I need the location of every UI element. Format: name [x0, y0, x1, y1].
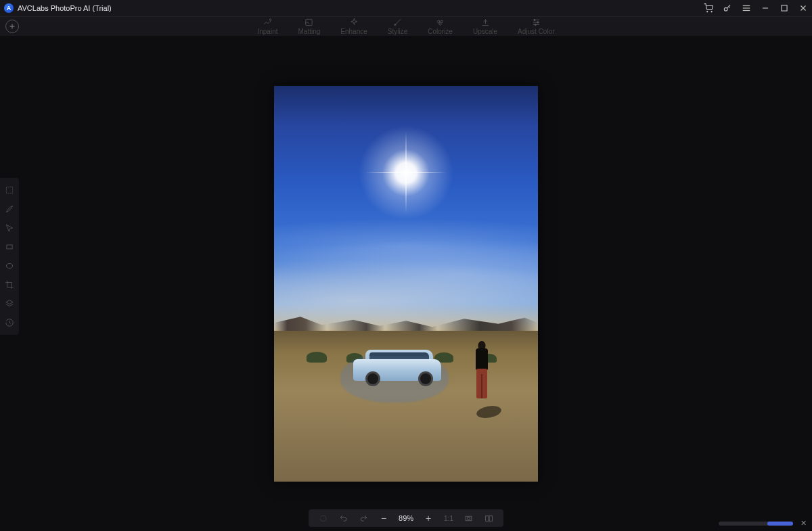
svg-point-16: [441, 20, 443, 23]
zoom-in-button[interactable]: +: [424, 513, 433, 524]
crop-tool-icon[interactable]: [4, 279, 15, 290]
app-window: A AVCLabs PhotoPro AI (Trial): [0, 0, 812, 531]
scrollbar-thumb[interactable]: [767, 522, 793, 526]
image-sun-flare: [405, 132, 407, 213]
app-logo-icon: A: [4, 3, 14, 13]
undo-icon[interactable]: [338, 513, 348, 523]
svg-rect-24: [466, 516, 472, 521]
rectangle-tool-icon[interactable]: [4, 241, 15, 252]
title-bar-left: A AVCLabs PhotoPro AI (Trial): [4, 3, 112, 13]
add-image-button[interactable]: [5, 20, 19, 33]
image-person: [473, 341, 491, 398]
svg-rect-22: [7, 245, 12, 249]
minimize-icon[interactable]: [761, 3, 770, 13]
close-icon[interactable]: [798, 3, 808, 13]
svg-point-19: [537, 22, 538, 23]
maximize-icon[interactable]: [780, 3, 789, 13]
image-canvas[interactable]: [274, 86, 538, 482]
redo-icon[interactable]: [359, 513, 368, 523]
tab-matting[interactable]: Matting: [298, 18, 321, 35]
tab-label: Enhance: [340, 28, 367, 35]
side-toolbar: [0, 178, 19, 335]
svg-point-18: [534, 19, 535, 20]
panel-close-icon[interactable]: ✕: [800, 519, 807, 528]
brush-tool-icon[interactable]: [4, 204, 15, 214]
history-tool-icon[interactable]: [4, 317, 15, 328]
tab-label: Upscale: [473, 28, 497, 35]
svg-point-1: [711, 11, 712, 12]
svg-point-17: [439, 23, 442, 25]
svg-rect-25: [486, 515, 489, 521]
app-title: AVCLabs PhotoPro AI (Trial): [18, 4, 112, 12]
tab-upscale[interactable]: Upscale: [473, 18, 497, 35]
svg-rect-21: [6, 187, 12, 193]
image-car: [353, 349, 441, 386]
title-bar: A AVCLabs PhotoPro AI (Trial): [0, 0, 812, 16]
tab-inpaint[interactable]: Inpaint: [257, 18, 277, 35]
layers-tool-icon[interactable]: [4, 298, 15, 309]
tool-tabs: Inpaint Matting Enhance Stylize Colorize…: [257, 18, 554, 35]
svg-point-20: [535, 24, 536, 25]
tab-enhance[interactable]: Enhance: [340, 18, 367, 35]
tab-colorize[interactable]: Colorize: [428, 18, 453, 35]
svg-point-15: [437, 20, 440, 23]
matting-icon: [304, 18, 314, 27]
svg-point-12: [269, 19, 271, 20]
svg-point-2: [724, 7, 727, 11]
compare-icon[interactable]: [484, 513, 494, 523]
enhance-icon: [349, 18, 359, 27]
image-mountains: [274, 310, 538, 331]
zoom-controls: − 89% +: [379, 513, 433, 524]
stylize-icon: [393, 18, 403, 27]
bottom-toolbar: − 89% + 1:1: [309, 509, 503, 527]
upscale-icon: [480, 18, 490, 27]
inpaint-icon: [263, 18, 272, 27]
svg-rect-26: [489, 515, 492, 521]
workspace: − 89% + 1:1 ✕: [0, 36, 812, 531]
tab-adjust-color[interactable]: Adjust Color: [518, 18, 554, 35]
cart-icon[interactable]: [704, 3, 713, 13]
title-bar-right: [704, 3, 808, 13]
colorize-icon: [436, 18, 445, 27]
svg-point-0: [707, 11, 708, 12]
tab-stylize[interactable]: Stylize: [388, 18, 407, 35]
tab-label: Colorize: [428, 28, 453, 35]
pointer-tool-icon[interactable]: [4, 223, 15, 233]
ellipse-tool-icon[interactable]: [4, 260, 15, 271]
horizontal-scrollbar[interactable]: [719, 522, 793, 526]
zoom-out-button[interactable]: −: [379, 513, 388, 524]
svg-rect-7: [782, 5, 787, 11]
key-icon[interactable]: [723, 3, 732, 13]
tab-label: Inpaint: [257, 28, 277, 35]
zoom-value: 89%: [395, 514, 417, 522]
reset-icon[interactable]: [318, 513, 328, 523]
svg-point-23: [6, 264, 12, 269]
tab-label: Adjust Color: [518, 28, 554, 35]
adjust-color-icon: [531, 18, 541, 27]
marquee-tool-icon[interactable]: [4, 185, 15, 195]
tab-label: Stylize: [388, 28, 407, 35]
canvas-area: [0, 36, 812, 531]
main-toolbar: Inpaint Matting Enhance Stylize Colorize…: [0, 16, 812, 36]
menu-icon[interactable]: [742, 3, 751, 13]
fit-screen-icon[interactable]: [464, 513, 474, 523]
zoom-actual-size[interactable]: 1:1: [444, 515, 453, 522]
tab-label: Matting: [298, 28, 321, 35]
